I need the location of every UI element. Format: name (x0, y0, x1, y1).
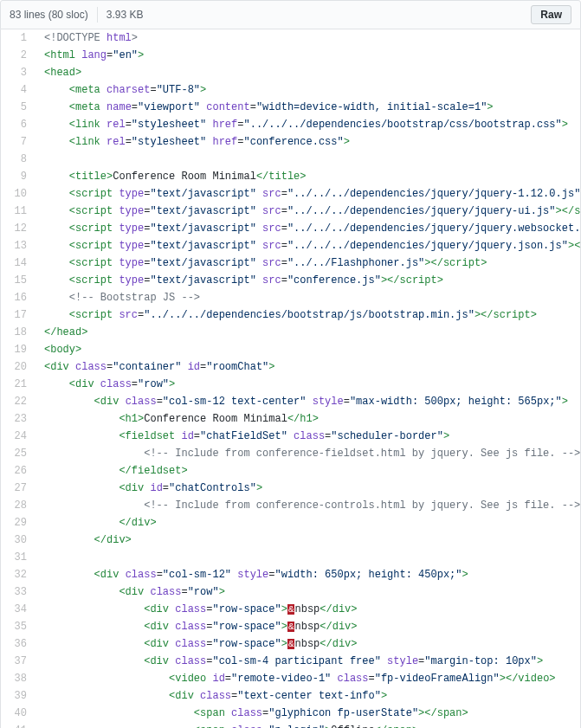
line-number[interactable]: 38 (1, 670, 36, 687)
code-line: 38 <video id="remote-video-1" class="fp-… (1, 670, 581, 687)
code-line: 36 <div class="row-space">&nbsp</div> (1, 635, 581, 653)
line-number[interactable]: 15 (1, 272, 36, 289)
line-number[interactable]: 35 (1, 618, 36, 635)
line-number[interactable]: 33 (1, 583, 36, 601)
raw-button[interactable]: Raw (531, 5, 571, 24)
code-content[interactable]: <head> (36, 64, 581, 81)
code-content[interactable]: <script type="text/javascript" src="../.… (36, 185, 581, 203)
line-number[interactable]: 31 (1, 549, 36, 566)
code-content[interactable]: <div class="row-space">&nbsp</div> (36, 601, 581, 618)
code-line: 20<div class="container" id="roomChat"> (1, 358, 581, 376)
code-content[interactable]: <title>Conference Room Minimal</title> (36, 168, 581, 185)
code-content[interactable]: <div class="row-space">&nbsp</div> (36, 635, 581, 653)
lines-sloc: 83 lines (80 sloc) (10, 9, 88, 21)
line-number[interactable]: 27 (1, 480, 36, 497)
code-content[interactable]: <div class="col-sm-12" style="width: 650… (36, 566, 581, 583)
line-number[interactable]: 16 (1, 289, 36, 306)
code-content[interactable]: </div> (36, 514, 581, 532)
line-number[interactable]: 5 (1, 99, 36, 116)
line-number[interactable]: 4 (1, 81, 36, 99)
line-number[interactable]: 37 (1, 653, 36, 670)
line-number[interactable]: 39 (1, 687, 36, 705)
code-content[interactable]: <div class="col-sm-4 participant free" s… (36, 653, 581, 670)
line-number[interactable]: 26 (1, 462, 36, 480)
code-line: 26 </fieldset> (1, 462, 581, 480)
code-content[interactable]: </head> (36, 324, 581, 341)
code-container: 1<!DOCTYPE html>2<html lang="en">3<head>… (0, 29, 581, 728)
code-content[interactable]: <!-- Include from conference-fieldset.ht… (36, 445, 581, 462)
line-number[interactable]: 3 (1, 64, 36, 81)
code-content[interactable]: <video id="remote-video-1" class="fp-vid… (36, 670, 581, 687)
code-content[interactable]: <span class="glyphicon fp-userState"></s… (36, 705, 581, 722)
code-content[interactable]: <script type="text/javascript" src="../.… (36, 237, 581, 254)
code-line: 10 <script type="text/javascript" src=".… (1, 185, 581, 203)
line-number[interactable]: 24 (1, 428, 36, 445)
line-number[interactable]: 2 (1, 47, 36, 64)
line-number[interactable]: 7 (1, 133, 36, 151)
code-content[interactable]: <div class="row-space">&nbsp</div> (36, 618, 581, 635)
line-number[interactable]: 18 (1, 324, 36, 341)
code-content[interactable] (36, 151, 581, 168)
code-content[interactable]: <script type="text/javascript" src="../.… (36, 254, 581, 272)
code-content[interactable]: <!DOCTYPE html> (36, 29, 581, 47)
line-number[interactable]: 23 (1, 410, 36, 428)
line-number[interactable]: 36 (1, 635, 36, 653)
code-line: 21 <div class="row"> (1, 376, 581, 393)
code-content[interactable]: <div class="row"> (36, 376, 581, 393)
line-number[interactable]: 30 (1, 532, 36, 549)
code-content[interactable]: <body> (36, 341, 581, 358)
line-number[interactable]: 17 (1, 306, 36, 324)
code-line: 12 <script type="text/javascript" src=".… (1, 220, 581, 237)
line-number[interactable]: 8 (1, 151, 36, 168)
code-line: 16 <!-- Bootstrap JS --> (1, 289, 581, 306)
code-content[interactable]: <div class="row"> (36, 583, 581, 601)
divider-icon (97, 7, 98, 23)
line-number[interactable]: 22 (1, 393, 36, 410)
line-number[interactable]: 34 (1, 601, 36, 618)
code-content[interactable] (36, 549, 581, 566)
line-number[interactable]: 28 (1, 497, 36, 514)
code-content[interactable]: <div id="chatControls"> (36, 480, 581, 497)
code-content[interactable]: <div class="container" id="roomChat"> (36, 358, 581, 376)
line-number[interactable]: 21 (1, 376, 36, 393)
code-content[interactable]: <script src="../../../dependencies/boots… (36, 306, 581, 324)
code-line: 22 <div class="col-sm-12 text-center" st… (1, 393, 581, 410)
code-content[interactable]: <h1>Conference Room Minimal</h1> (36, 410, 581, 428)
line-number[interactable]: 1 (1, 29, 36, 47)
code-content[interactable]: <!-- Bootstrap JS --> (36, 289, 581, 306)
code-content[interactable]: <!-- Include from conference-controls.ht… (36, 497, 581, 514)
code-content[interactable]: <link rel="stylesheet" href="../../../de… (36, 116, 581, 133)
code-content[interactable]: <link rel="stylesheet" href="conference.… (36, 133, 581, 151)
code-content[interactable]: </div> (36, 532, 581, 549)
line-number[interactable]: 19 (1, 341, 36, 358)
line-number[interactable]: 40 (1, 705, 36, 722)
line-number[interactable]: 32 (1, 566, 36, 583)
line-number[interactable]: 41 (1, 722, 36, 728)
line-number[interactable]: 10 (1, 185, 36, 203)
code-content[interactable]: <script type="text/javascript" src="conf… (36, 272, 581, 289)
code-content[interactable]: <div class="col-sm-12 text-center" style… (36, 393, 581, 410)
code-line: 39 <div class="text-center text-info"> (1, 687, 581, 705)
line-number[interactable]: 25 (1, 445, 36, 462)
code-content[interactable]: <fieldset id="chatFieldSet" class="sched… (36, 428, 581, 445)
code-line: 28 <!-- Include from conference-controls… (1, 497, 581, 514)
code-content[interactable]: <span class="p-login">Offline</span> (36, 722, 581, 728)
code-content[interactable]: <script type="text/javascript" src="../.… (36, 220, 581, 237)
code-content[interactable]: <meta charset="UTF-8"> (36, 81, 581, 99)
line-number[interactable]: 11 (1, 203, 36, 220)
code-line: 41 <span class="p-login">Offline</span> (1, 722, 581, 728)
line-number[interactable]: 6 (1, 116, 36, 133)
code-content[interactable]: <html lang="en"> (36, 47, 581, 64)
line-number[interactable]: 20 (1, 358, 36, 376)
line-number[interactable]: 13 (1, 237, 36, 254)
code-line: 25 <!-- Include from conference-fieldset… (1, 445, 581, 462)
code-content[interactable]: <script type="text/javascript" src="../.… (36, 203, 581, 220)
line-number[interactable]: 12 (1, 220, 36, 237)
code-content[interactable]: <meta name="viewport" content="width=dev… (36, 99, 581, 116)
line-number[interactable]: 14 (1, 254, 36, 272)
code-content[interactable]: <div class="text-center text-info"> (36, 687, 581, 705)
code-content[interactable]: </fieldset> (36, 462, 581, 480)
code-line: 5 <meta name="viewport" content="width=d… (1, 99, 581, 116)
line-number[interactable]: 9 (1, 168, 36, 185)
line-number[interactable]: 29 (1, 514, 36, 532)
